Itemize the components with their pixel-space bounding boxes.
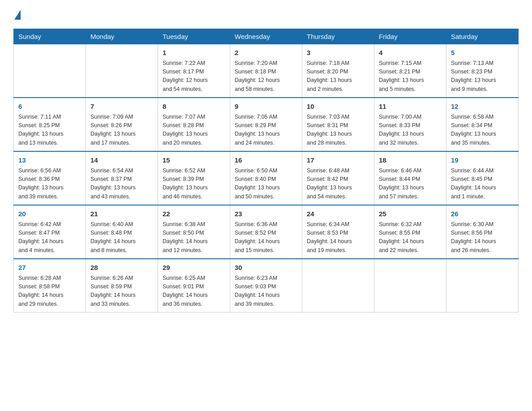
day-number: 2 xyxy=(235,48,297,58)
day-info: Sunrise: 6:50 AMSunset: 8:40 PMDaylight:… xyxy=(235,167,297,201)
calendar-day: 12Sunrise: 6:58 AMSunset: 8:34 PMDayligh… xyxy=(446,98,519,151)
day-info: Sunrise: 7:18 AMSunset: 8:20 PMDaylight:… xyxy=(307,59,369,94)
calendar-day: 15Sunrise: 6:52 AMSunset: 8:39 PMDayligh… xyxy=(158,151,230,205)
day-info: Sunrise: 6:36 AMSunset: 8:52 PMDaylight:… xyxy=(235,220,297,255)
day-info: Sunrise: 7:20 AMSunset: 8:18 PMDaylight:… xyxy=(235,59,297,94)
calendar-day: 19Sunrise: 6:44 AMSunset: 8:45 PMDayligh… xyxy=(446,151,519,205)
day-number: 26 xyxy=(451,209,514,219)
day-number: 11 xyxy=(379,102,442,112)
day-number: 5 xyxy=(451,48,514,58)
day-number: 7 xyxy=(90,102,153,112)
calendar-day: 28Sunrise: 6:26 AMSunset: 8:59 PMDayligh… xyxy=(86,259,158,313)
column-header-monday: Monday xyxy=(86,29,158,44)
day-number: 24 xyxy=(307,209,369,219)
day-info: Sunrise: 7:22 AMSunset: 8:17 PMDaylight:… xyxy=(163,59,225,94)
day-number: 9 xyxy=(235,102,297,112)
day-info: Sunrise: 6:44 AMSunset: 8:45 PMDaylight:… xyxy=(451,167,514,201)
day-info: Sunrise: 6:54 AMSunset: 8:37 PMDaylight:… xyxy=(90,167,153,201)
calendar-day: 6Sunrise: 7:11 AMSunset: 8:25 PMDaylight… xyxy=(14,98,86,151)
column-header-wednesday: Wednesday xyxy=(230,29,302,44)
day-info: Sunrise: 6:25 AMSunset: 9:01 PMDaylight:… xyxy=(163,274,225,309)
day-info: Sunrise: 7:11 AMSunset: 8:25 PMDaylight:… xyxy=(18,113,81,148)
calendar-day: 30Sunrise: 6:23 AMSunset: 9:03 PMDayligh… xyxy=(230,259,302,313)
day-info: Sunrise: 7:00 AMSunset: 8:33 PMDaylight:… xyxy=(379,113,442,148)
calendar-day: 13Sunrise: 6:56 AMSunset: 8:36 PMDayligh… xyxy=(14,151,86,205)
calendar-day xyxy=(446,259,519,313)
day-info: Sunrise: 7:07 AMSunset: 8:28 PMDaylight:… xyxy=(163,113,225,148)
day-number: 25 xyxy=(379,209,442,219)
day-number: 29 xyxy=(163,263,225,273)
column-header-thursday: Thursday xyxy=(302,29,374,44)
calendar-day: 18Sunrise: 6:46 AMSunset: 8:44 PMDayligh… xyxy=(374,151,446,205)
day-number: 23 xyxy=(235,209,297,219)
day-number: 20 xyxy=(18,209,81,219)
day-number: 13 xyxy=(18,155,81,166)
column-header-saturday: Saturday xyxy=(446,29,519,44)
calendar-day: 10Sunrise: 7:03 AMSunset: 8:31 PMDayligh… xyxy=(302,98,374,151)
calendar-day: 22Sunrise: 6:38 AMSunset: 8:50 PMDayligh… xyxy=(158,205,230,259)
day-info: Sunrise: 6:34 AMSunset: 8:53 PMDaylight:… xyxy=(307,220,369,255)
calendar-week-row: 13Sunrise: 6:56 AMSunset: 8:36 PMDayligh… xyxy=(14,151,519,205)
day-number: 4 xyxy=(379,48,442,58)
calendar-day: 5Sunrise: 7:13 AMSunset: 8:23 PMDaylight… xyxy=(446,44,519,98)
calendar-day: 27Sunrise: 6:28 AMSunset: 8:58 PMDayligh… xyxy=(14,259,86,313)
day-number: 8 xyxy=(163,102,225,112)
calendar-day: 21Sunrise: 6:40 AMSunset: 8:48 PMDayligh… xyxy=(86,205,158,259)
calendar-day xyxy=(302,259,374,313)
calendar-day xyxy=(374,259,446,313)
calendar-day: 11Sunrise: 7:00 AMSunset: 8:33 PMDayligh… xyxy=(374,98,446,151)
day-info: Sunrise: 6:46 AMSunset: 8:44 PMDaylight:… xyxy=(379,167,442,201)
page-header xyxy=(13,9,519,20)
day-info: Sunrise: 6:52 AMSunset: 8:39 PMDaylight:… xyxy=(163,167,225,201)
day-number: 21 xyxy=(90,209,153,219)
calendar-day: 29Sunrise: 6:25 AMSunset: 9:01 PMDayligh… xyxy=(158,259,230,313)
day-number: 15 xyxy=(163,155,225,166)
day-number: 28 xyxy=(90,263,153,273)
calendar-header-row: SundayMondayTuesdayWednesdayThursdayFrid… xyxy=(14,29,519,44)
day-number: 30 xyxy=(235,263,297,273)
day-info: Sunrise: 7:13 AMSunset: 8:23 PMDaylight:… xyxy=(451,59,514,94)
day-number: 10 xyxy=(307,102,369,112)
day-number: 3 xyxy=(307,48,369,58)
calendar-week-row: 1Sunrise: 7:22 AMSunset: 8:17 PMDaylight… xyxy=(14,44,519,98)
day-number: 12 xyxy=(451,102,514,112)
day-info: Sunrise: 6:40 AMSunset: 8:48 PMDaylight:… xyxy=(90,220,153,255)
logo-triangle-icon xyxy=(14,10,21,20)
column-header-tuesday: Tuesday xyxy=(158,29,230,44)
day-info: Sunrise: 6:30 AMSunset: 8:56 PMDaylight:… xyxy=(451,220,514,255)
day-number: 19 xyxy=(451,155,514,166)
calendar-day: 16Sunrise: 6:50 AMSunset: 8:40 PMDayligh… xyxy=(230,151,302,205)
calendar-day: 3Sunrise: 7:18 AMSunset: 8:20 PMDaylight… xyxy=(302,44,374,98)
day-number: 22 xyxy=(163,209,225,219)
day-info: Sunrise: 6:26 AMSunset: 8:59 PMDaylight:… xyxy=(90,274,153,309)
day-info: Sunrise: 6:58 AMSunset: 8:34 PMDaylight:… xyxy=(451,113,514,148)
day-info: Sunrise: 6:23 AMSunset: 9:03 PMDaylight:… xyxy=(235,274,297,309)
calendar-week-row: 6Sunrise: 7:11 AMSunset: 8:25 PMDaylight… xyxy=(14,98,519,151)
calendar-day: 20Sunrise: 6:42 AMSunset: 8:47 PMDayligh… xyxy=(14,205,86,259)
calendar-day: 1Sunrise: 7:22 AMSunset: 8:17 PMDaylight… xyxy=(158,44,230,98)
day-info: Sunrise: 6:28 AMSunset: 8:58 PMDaylight:… xyxy=(18,274,81,309)
day-info: Sunrise: 6:32 AMSunset: 8:55 PMDaylight:… xyxy=(379,220,442,255)
column-header-friday: Friday xyxy=(374,29,446,44)
day-info: Sunrise: 6:38 AMSunset: 8:50 PMDaylight:… xyxy=(163,220,225,255)
calendar-table: SundayMondayTuesdayWednesdayThursdayFrid… xyxy=(13,29,519,313)
day-number: 17 xyxy=(307,155,369,166)
day-number: 27 xyxy=(18,263,81,273)
calendar-day: 4Sunrise: 7:15 AMSunset: 8:21 PMDaylight… xyxy=(374,44,446,98)
day-info: Sunrise: 7:05 AMSunset: 8:29 PMDaylight:… xyxy=(235,113,297,148)
day-info: Sunrise: 7:03 AMSunset: 8:31 PMDaylight:… xyxy=(307,113,369,148)
column-header-sunday: Sunday xyxy=(14,29,86,44)
day-number: 14 xyxy=(90,155,153,166)
day-number: 1 xyxy=(163,48,225,58)
calendar-day xyxy=(14,44,86,98)
day-number: 6 xyxy=(18,102,81,112)
calendar-day: 9Sunrise: 7:05 AMSunset: 8:29 PMDaylight… xyxy=(230,98,302,151)
day-info: Sunrise: 6:56 AMSunset: 8:36 PMDaylight:… xyxy=(18,167,81,201)
calendar-day: 2Sunrise: 7:20 AMSunset: 8:18 PMDaylight… xyxy=(230,44,302,98)
logo xyxy=(13,9,21,20)
calendar-day: 23Sunrise: 6:36 AMSunset: 8:52 PMDayligh… xyxy=(230,205,302,259)
day-number: 18 xyxy=(379,155,442,166)
calendar-day: 14Sunrise: 6:54 AMSunset: 8:37 PMDayligh… xyxy=(86,151,158,205)
calendar-day: 24Sunrise: 6:34 AMSunset: 8:53 PMDayligh… xyxy=(302,205,374,259)
calendar-day: 8Sunrise: 7:07 AMSunset: 8:28 PMDaylight… xyxy=(158,98,230,151)
